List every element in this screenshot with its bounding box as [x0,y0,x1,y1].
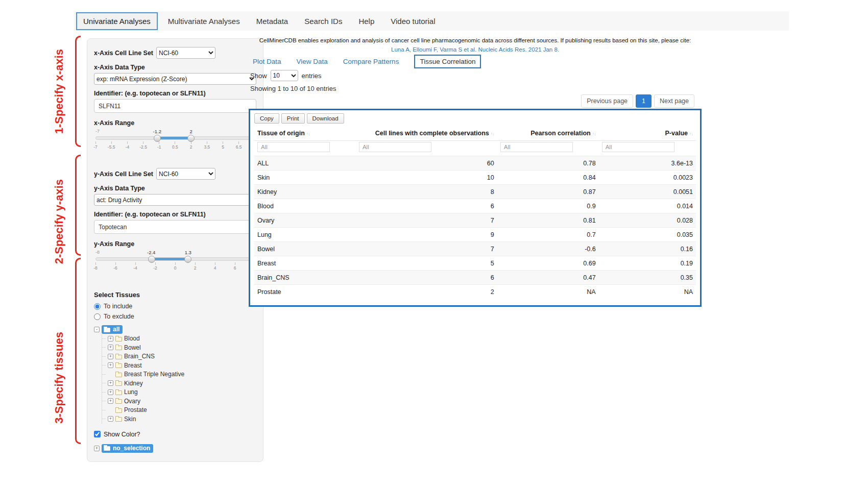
tab-multivariate-analyses[interactable]: Multivariate Analyses [162,13,246,29]
print-button[interactable]: Print [281,113,305,124]
col-p-value[interactable]: P-value↑↓ [599,126,696,141]
tree-no-selection[interactable]: no_selection [102,444,153,453]
tab-help[interactable]: Help [352,13,380,29]
filter-cell-lines-input[interactable] [359,142,431,152]
tab-univariate-analyses[interactable]: Univariate Analyses [76,12,158,30]
cell-count: 7 [356,213,497,228]
tissue-mode-include[interactable]: To include [94,303,256,310]
tab-view-data[interactable]: View Data [297,58,328,65]
filter-pvalue-input[interactable] [602,142,674,152]
tab-video-tutorial[interactable]: Video tutorial [384,13,441,29]
expand-icon[interactable]: + [108,389,113,395]
tree-item[interactable]: Breast Triple Negative [102,370,256,379]
tree-item-label[interactable]: Brain_CNS [124,353,155,360]
tab-metadata[interactable]: Metadata [250,13,295,29]
y-cell-line-set-select[interactable]: NCI-60 [156,168,215,180]
show-color-checkbox[interactable] [94,431,101,437]
tree-item[interactable]: + Lung [102,388,256,397]
tree-item-label[interactable]: Bowel [124,344,141,351]
table-row[interactable]: Ovary 7 0.81 0.028 [254,213,696,228]
tree-item-label[interactable]: Breast Triple Negative [124,371,184,378]
show-entries-row: Show 10 entries [250,70,322,81]
tree-item-label[interactable]: Kidney [124,380,143,387]
expand-icon[interactable] [108,372,113,377]
x-slider-track[interactable] [95,136,255,140]
tree-item[interactable]: + Bowel [102,343,256,352]
y-slider-track[interactable] [95,257,255,261]
tree-item[interactable]: + Brain_CNS [102,352,256,361]
tree-item[interactable]: Prostate [102,406,256,415]
tissue-mode-exclude[interactable]: To exclude [94,313,256,320]
cell-pvalue: 0.19 [599,256,696,271]
download-button[interactable]: Download [307,113,344,124]
expand-icon[interactable]: + [94,446,100,451]
y-slider-high-handle[interactable] [184,256,191,263]
table-row[interactable]: ALL 60 0.78 3.6e-13 [254,156,696,170]
cell-pvalue: 0.035 [599,228,696,242]
include-radio[interactable] [94,303,101,310]
tree-item-label[interactable]: Skin [124,416,136,423]
expand-icon[interactable]: + [108,380,113,386]
expand-icon[interactable]: + [108,336,113,341]
tab-tissue-correlation[interactable]: Tissue Correlation [414,55,481,68]
tab-compare-patterns[interactable]: Compare Patterns [343,58,399,65]
next-page-button[interactable]: Next page [654,94,694,108]
table-row[interactable]: Brain_CNS 6 0.47 0.35 [254,271,696,285]
table-row[interactable]: Prostate 2 NA NA [254,285,696,299]
y-data-type-select[interactable]: act: Drug Activity [94,194,256,206]
table-row[interactable]: Skin 10 0.84 0.0023 [254,170,696,185]
x-slider-high-handle[interactable] [187,135,195,142]
tree-item-label[interactable]: Prostate [124,406,147,413]
x-cell-line-set-select[interactable]: NCI-60 [156,47,215,59]
tree-item-label[interactable]: Blood [124,335,140,342]
tick-label: -2 [153,265,157,271]
show-color-row[interactable]: Show Color? [94,431,256,438]
y-identifier-label: Identifier: (e.g. topotecan or SLFN11) [94,211,256,218]
table-row[interactable]: Kidney 8 0.87 0.0051 [254,185,696,199]
no-selection-row[interactable]: + no_selection [94,444,256,453]
col-pearson-correlation[interactable]: Pearson correlation↑↓ [497,126,599,141]
tree-item[interactable]: + Blood [102,334,256,344]
tab-plot-data[interactable]: Plot Data [253,58,281,65]
exclude-radio[interactable] [94,313,101,320]
page-1-button[interactable]: 1 [636,94,652,108]
col-tissue-of-origin[interactable]: Tissue of origin↑↓ [254,126,356,141]
table-row[interactable]: Breast 5 0.69 0.19 [254,256,696,271]
y-identifier-input[interactable] [94,220,256,234]
expand-icon[interactable]: + [108,362,113,368]
expand-icon[interactable]: + [108,354,113,359]
annotation-bracket-1 [75,36,81,147]
tree-item[interactable]: + Kidney [102,379,256,388]
previous-page-button[interactable]: Previous page [581,94,633,108]
tissue-correlation-table-box: Copy Print Download Tissue of origin↑↓ C… [249,109,702,307]
tree-item-label[interactable]: Breast [124,362,142,369]
filter-pearson-input[interactable] [500,142,573,152]
tree-item[interactable]: + Breast [102,361,256,370]
tree-item-label[interactable]: Ovary [124,398,140,405]
expand-icon[interactable]: + [108,416,113,422]
x-identifier-label: Identifier: (e.g. topotecan or SLFN11) [94,90,256,97]
collapse-icon[interactable]: - [94,327,100,332]
tree-root-all[interactable]: all [102,325,123,334]
expand-icon[interactable]: + [108,398,113,404]
x-slider-low-handle[interactable] [154,135,161,142]
table-row[interactable]: Lung 9 0.7 0.035 [254,228,696,242]
expand-icon[interactable] [108,407,113,413]
y-slider-low-handle[interactable] [148,256,155,263]
col-cell-lines[interactable]: Cell lines with complete observations↑↓ [356,126,497,141]
tree-item-label[interactable]: Lung [124,388,138,396]
expand-icon[interactable]: + [108,345,113,350]
table-row[interactable]: Blood 6 0.9 0.014 [254,199,696,213]
citation-link[interactable]: Luna A, Elloumi F, Varma S et al. Nuclei… [249,46,702,53]
x-identifier-input[interactable] [94,99,256,113]
table-row[interactable]: Bowel 7 -0.6 0.16 [254,242,696,256]
tree-root-row[interactable]: - all [94,325,256,334]
tree-item[interactable]: + Skin [102,414,256,424]
y-cell-line-set-label: y-Axis Cell Line Set [94,170,153,178]
x-data-type-select[interactable]: exp: mRNA Expression (Z-Score) [94,73,256,85]
entries-select[interactable]: 10 [271,70,298,81]
filter-tissue-input[interactable] [257,142,330,152]
tree-item[interactable]: + Ovary [102,397,256,406]
tab-search-ids[interactable]: Search IDs [298,13,348,29]
copy-button[interactable]: Copy [254,113,279,124]
